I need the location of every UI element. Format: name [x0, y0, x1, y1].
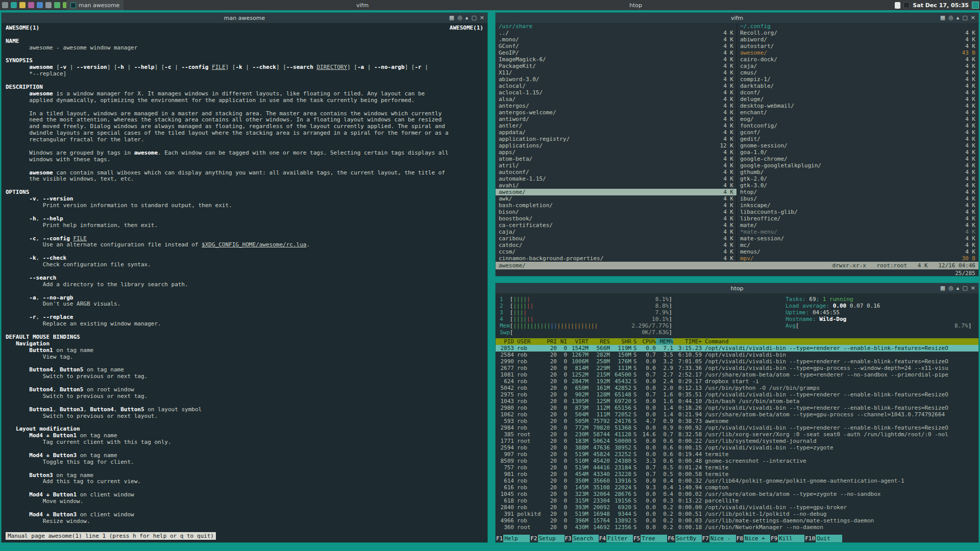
file-row[interactable]: aclocal/4 K [496, 83, 737, 89]
file-row[interactable]: PackageKit/4 K [496, 63, 737, 69]
file-row[interactable]: X11/4 K [496, 69, 737, 76]
tools-icon[interactable] [45, 2, 52, 8]
fkey-f10[interactable]: F10Quit [804, 535, 842, 542]
close-icon[interactable]: × [971, 13, 975, 23]
fkey-f5[interactable]: F5Tree [633, 535, 667, 542]
file-row[interactable]: caja/4 K [496, 229, 737, 235]
process-row[interactable]: 360root200430M1469212356S0.00.20:00.18/u… [496, 524, 978, 531]
fkey-f1[interactable]: F1Help [496, 535, 530, 542]
file-row[interactable]: mate-session/4 K [737, 235, 978, 242]
file-row[interactable]: menus/4 K [737, 248, 978, 255]
process-row[interactable]: 981rob200454M4334023228S0.70.50:00.58ter… [496, 471, 978, 478]
tray-icon[interactable] [903, 2, 910, 8]
maximize-icon[interactable]: ▢ [962, 283, 967, 293]
process-row[interactable]: 2990rob2001006M258M176MS0.03.27:01.05/op… [496, 358, 978, 365]
column-header-mem[interactable]: MEM% [656, 338, 673, 345]
file-row[interactable]: Recoll.org/4 K [737, 30, 978, 36]
file-row[interactable]: goa-1.0/4 K [737, 149, 978, 156]
layout-indicator-icon[interactable] [972, 2, 979, 9]
file-row[interactable]: gtk-3.0/4 K [737, 182, 978, 189]
process-row[interactable]: 616rob200145M3510822024S9.30.41:40.94com… [496, 484, 978, 491]
taskbar-item-man-awesome[interactable]: man awesome [66, 0, 124, 10]
file-row[interactable]: fontconfig/4 K [737, 122, 978, 129]
maximize-icon[interactable]: ▢ [471, 13, 476, 23]
man-page[interactable]: AWESOME(1) AWESOME(1) NAME awesome - awe… [2, 23, 487, 542]
file-row[interactable]: aclocal-1.15/4 K [496, 89, 737, 96]
file-row[interactable]: alsa/4 K [496, 96, 737, 103]
settings-icon[interactable] [37, 2, 43, 8]
file-row[interactable]: inkscape/4 K [737, 202, 978, 209]
column-header-res[interactable]: RES [589, 338, 610, 345]
file-row[interactable]: abiword-3.0/4 K [496, 76, 737, 83]
process-row[interactable]: 2980rob200873M112M65156S0.01.40:18.26/op… [496, 405, 978, 411]
column-header-cpu[interactable]: CPU% [639, 338, 656, 345]
close-icon[interactable]: × [971, 283, 975, 293]
process-row[interactable]: 2594rob200388M4763638952S0.00.60:00.15/o… [496, 444, 978, 451]
process-row[interactable]: 5042rob200650M161M42852S0.02.00:12.13/us… [496, 385, 978, 391]
file-row[interactable]: *mate-menu/4 K [737, 229, 978, 235]
fkey-f9[interactable]: F9Kill [770, 535, 804, 542]
tile-layout-icon[interactable]: ▦ [940, 13, 945, 23]
file-row[interactable]: awesome/43 B [737, 49, 978, 56]
file-row[interactable]: ca-certificates/4 K [496, 222, 737, 229]
file-row[interactable]: gnome-session/4 K [737, 142, 978, 149]
file-row[interactable]: antergos/4 K [496, 103, 737, 109]
monitor-icon[interactable] [2, 2, 8, 8]
file-row[interactable]: abiword/4 K [737, 36, 978, 43]
process-row[interactable]: 4966rob200396M1576413892S0.00.20:00.03/u… [496, 517, 978, 524]
column-header-s[interactable]: S [631, 338, 639, 345]
file-row[interactable]: catdoc/4 K [496, 242, 737, 248]
float-icon[interactable]: ◎ [457, 13, 462, 23]
file-row[interactable]: awesome/4 K [496, 189, 737, 195]
column-header-pid[interactable]: PID [496, 338, 514, 345]
file-row[interactable]: apps/4 K [496, 149, 737, 156]
file-row[interactable]: libreoffice/4 K [737, 215, 978, 222]
column-header-virt[interactable]: VIRT [567, 338, 589, 345]
file-row[interactable]: applications/12 K [496, 142, 737, 149]
tile-layout-icon[interactable]: ▦ [940, 283, 945, 293]
process-row[interactable]: 1081rob2001252M215M64500S0.72.72:52.17/u… [496, 371, 978, 378]
file-row[interactable]: cairo-dock/4 K [737, 56, 978, 63]
file-row[interactable]: ccsm/4 K [496, 248, 737, 255]
file-row[interactable]: atom-beta/4 K [496, 156, 737, 162]
process-row[interactable]: 2677rob200814M229M111MS0.02.97:33.36/opt… [496, 365, 978, 371]
vifm-titlebar[interactable]: vifm ▦ ◎ ▴ ▢ × [496, 13, 978, 23]
float-icon[interactable]: ◎ [948, 283, 953, 293]
file-row[interactable]: libaccounts-glib/4 K [737, 209, 978, 215]
file-row[interactable]: boostbook/4 K [496, 215, 737, 222]
file-row[interactable]: automake-1.15/4 K [496, 176, 737, 182]
file-row[interactable]: autoconf/4 K [496, 169, 737, 176]
process-row[interactable]: 2584rob2001267M282M150MS0.73.56:10.59/op… [496, 352, 978, 358]
process-row[interactable]: 1062rob200504M111M72052S0.01.40:21.94/us… [496, 411, 978, 418]
file-row[interactable]: desktop-webmail/4 K [737, 103, 978, 109]
taskbar-item-vifm[interactable]: vifm [352, 0, 373, 10]
process-row[interactable]: 593rob200505M7579224176S4.70.90:38.73awe… [496, 418, 978, 424]
file-row[interactable]: atril/4 K [496, 162, 737, 169]
file-row[interactable]: darktable/4 K [737, 83, 978, 89]
file-row[interactable]: dconf/4 K [737, 89, 978, 96]
column-header-ni[interactable]: NI [557, 338, 567, 345]
process-row[interactable]: 2840rob200393M200926920S0.00.20:00.00/op… [496, 504, 978, 511]
process-row[interactable]: 614rob200350M3566013916S0.00.40:00.32/us… [496, 478, 978, 484]
file-row[interactable]: awk/4 K [496, 195, 737, 202]
file-row[interactable]: cmus/4 K [737, 69, 978, 76]
chart-icon[interactable] [54, 2, 60, 8]
fkey-f7[interactable]: F7Nice - [702, 535, 736, 542]
htop-titlebar[interactable]: htop ▦ ◎ ▴ ▢ × [496, 283, 978, 293]
file-row[interactable]: .mono/4 K [496, 36, 737, 43]
file-row[interactable]: enchant/4 K [737, 109, 978, 116]
file-row[interactable]: antergos-welcome/4 K [496, 109, 737, 116]
file-row[interactable]: antler/4 K [496, 122, 737, 129]
clipboard-icon[interactable] [895, 2, 900, 9]
float-icon[interactable]: ◎ [948, 13, 953, 23]
file-row[interactable]: gtk-2.0/4 K [737, 176, 978, 182]
file-row[interactable]: eog/4 K [737, 116, 978, 122]
process-table-header[interactable]: PIDUSERPRINIVIRTRESSHRSCPU%MEM%TIME+Comm… [496, 338, 978, 345]
column-header-command[interactable]: Command [702, 338, 978, 345]
process-row[interactable]: 618rob200315M2330419156S0.00.30:13.22par… [496, 497, 978, 504]
file-row[interactable]: caja/4 K [737, 63, 978, 69]
file-row[interactable]: autostart/4 K [737, 43, 978, 49]
file-row[interactable]: antiword/4 K [496, 116, 737, 122]
tile-layout-icon[interactable]: ▦ [449, 13, 454, 23]
file-row[interactable]: bison/4 K [496, 209, 737, 215]
